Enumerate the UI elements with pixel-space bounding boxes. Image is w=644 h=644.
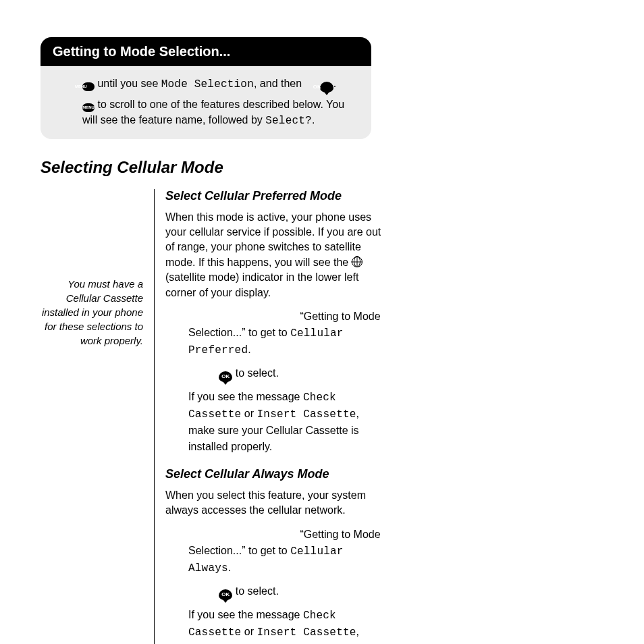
lcd-text: Insert Cassette <box>257 626 356 639</box>
text: , and then <box>254 78 305 89</box>
box-title: Getting to Mode Selection... <box>41 37 371 66</box>
text: If you see the message <box>188 609 303 620</box>
step: Follow the steps under “Getting to Mode … <box>188 527 381 576</box>
step: Press OK to select. <box>188 583 381 600</box>
text: . <box>228 562 231 573</box>
menu-icon: MENU <box>82 82 95 91</box>
menu-icon: MENU <box>82 103 95 112</box>
lcd-text: Insert Cassette <box>257 408 356 421</box>
text: to select. <box>232 367 278 379</box>
subsection-heading: Select Cellular Always Mode <box>165 467 381 481</box>
box-body: MENU until you see Mode Selection, and t… <box>41 66 371 139</box>
text: “Getting to Mode Selection...” to get to <box>188 529 381 556</box>
step: Follow the steps under “Getting to Mode … <box>188 308 381 358</box>
paragraph: When this mode is active, your phone use… <box>165 210 381 300</box>
text: or <box>241 626 257 637</box>
text: to select. <box>232 585 278 597</box>
text: “Getting to Mode Selection...” to get to <box>188 311 381 338</box>
text: If you see the message <box>188 391 303 402</box>
text: . <box>333 78 336 89</box>
ok-icon: OK <box>320 82 333 92</box>
lcd-text: Mode Selection <box>161 78 254 90</box>
text: (satellite mode) indicator in the lower … <box>165 271 358 298</box>
sidenote-text: You must have a Cellular Cassette instal… <box>41 277 143 348</box>
text: . <box>248 344 250 355</box>
text: until you see <box>95 78 161 89</box>
page: Getting to Mode Selection... MENU until … <box>0 0 644 644</box>
instruction-box: Getting to Mode Selection... MENU until … <box>41 37 371 139</box>
step-note: If you see the message Check Cassette or… <box>188 607 381 644</box>
two-column-layout: You must have a Cellular Cassette instal… <box>41 189 603 644</box>
lcd-text: Select? <box>265 115 312 127</box>
step: Press OK to select. <box>188 365 381 382</box>
paragraph: When you select this feature, your syste… <box>165 488 381 518</box>
text: or <box>241 408 257 419</box>
step-note: If you see the message Check Cassette or… <box>188 389 381 455</box>
section-heading: Selecting Cellular Mode <box>41 158 603 177</box>
sidenote-column: You must have a Cellular Cassette instal… <box>41 189 154 348</box>
text: When this mode is active, your phone use… <box>165 211 381 268</box>
ok-icon: OK <box>219 589 232 600</box>
satellite-icon <box>352 257 363 267</box>
content-column: Select Cellular Preferred Mode When this… <box>155 189 381 644</box>
text: . <box>312 114 315 126</box>
subsection-heading: Select Cellular Preferred Mode <box>165 189 381 203</box>
ok-icon: OK <box>219 371 232 382</box>
